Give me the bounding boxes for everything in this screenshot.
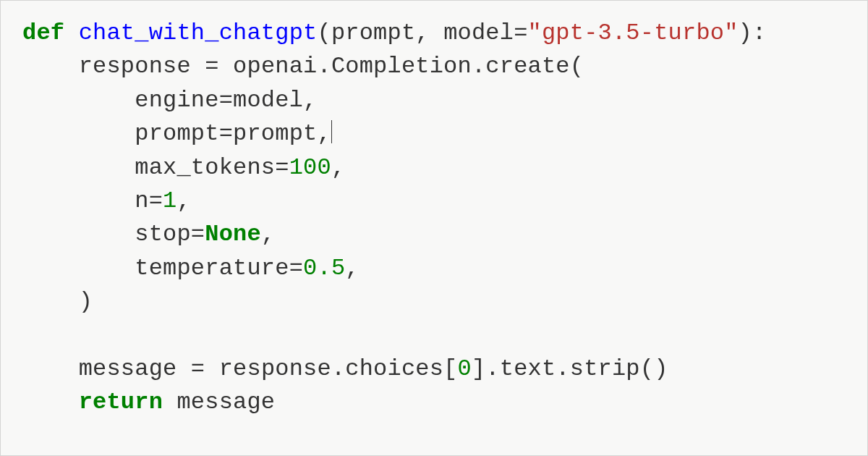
equals-op: = (275, 154, 289, 181)
param-model: model (443, 20, 514, 46)
indent (22, 288, 79, 315)
close-paren: ) (79, 288, 93, 315)
equals-op: = (289, 255, 303, 282)
indent (22, 87, 135, 114)
kwarg-name: engine (135, 87, 218, 114)
kwarg-name: prompt (135, 120, 218, 147)
call-expr: openai.Completion.create( (219, 53, 584, 80)
kwarg-name: max_tokens (135, 154, 275, 181)
kwarg-name: temperature (135, 255, 289, 282)
code-line-12: return message (22, 389, 275, 415)
code-line-5: max_tokens=100, (22, 154, 345, 181)
equals-op: = (191, 221, 205, 248)
return-expr: message (176, 389, 275, 415)
indent (22, 120, 135, 147)
kwarg-name: n (135, 187, 148, 214)
comma: , (317, 120, 331, 147)
indent (22, 53, 79, 80)
indent (22, 255, 135, 282)
equals-op: = (149, 187, 163, 214)
keyword-def: def (22, 20, 64, 46)
comma: , (415, 20, 443, 46)
kwarg-value: model (233, 87, 303, 114)
var-message: message (79, 355, 191, 382)
equals-op: = (205, 53, 218, 80)
comma: , (261, 221, 275, 248)
equals-op: = (514, 20, 527, 46)
code-editor[interactable]: def chat_with_chatgpt(prompt, model="gpt… (22, 17, 863, 420)
none-literal: None (205, 221, 261, 248)
code-line-2: response = openai.Completion.create( (22, 53, 584, 80)
keyword-return: return (79, 389, 163, 415)
number-literal: 1 (163, 187, 176, 214)
kwarg-name: stop (135, 221, 191, 248)
indent (22, 355, 79, 382)
number-literal: 0 (458, 355, 472, 382)
string-literal: "gpt-3.5-turbo" (528, 20, 739, 46)
indent (22, 187, 135, 214)
number-literal: 100 (289, 154, 331, 181)
code-line-3: engine=model, (22, 87, 317, 114)
code-line-9: ) (22, 288, 93, 315)
indent (22, 154, 135, 181)
comma: , (176, 187, 190, 214)
expr-segment: ].text.strip() (472, 355, 668, 382)
equals-op: = (219, 120, 233, 147)
comma: , (331, 154, 345, 181)
code-line-7: stop=None, (22, 221, 275, 248)
code-line-8: temperature=0.5, (22, 255, 359, 282)
function-name: chat_with_chatgpt (79, 20, 318, 46)
indent (22, 389, 79, 415)
equals-op: = (219, 87, 233, 114)
open-paren: ( (317, 20, 331, 46)
comma: , (345, 255, 359, 282)
colon: : (752, 20, 766, 46)
kwarg-value: prompt (233, 120, 317, 147)
number-literal: 0.5 (303, 255, 345, 282)
code-line-11: message = response.choices[0].text.strip… (22, 355, 668, 382)
var-response: response (79, 53, 205, 80)
code-line-4: prompt=prompt, (22, 120, 332, 147)
equals-op: = (191, 355, 205, 382)
param-prompt: prompt (331, 20, 415, 46)
code-line-1: def chat_with_chatgpt(prompt, model="gpt… (22, 20, 766, 46)
space (163, 389, 176, 415)
expr-segment: response.choices[ (205, 355, 457, 382)
code-line-6: n=1, (22, 187, 191, 214)
comma: , (303, 87, 317, 114)
text-cursor-icon (331, 120, 332, 143)
close-paren: ) (739, 20, 752, 46)
indent (22, 221, 135, 248)
